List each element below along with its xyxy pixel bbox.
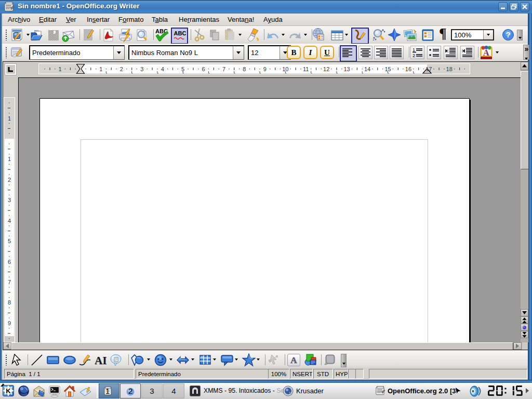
svg-text:2: 2 (8, 177, 11, 183)
svg-text:1: 1 (59, 66, 62, 72)
svg-text:8: 8 (8, 299, 11, 305)
svg-text:8: 8 (243, 66, 246, 72)
svg-text:1: 1 (8, 156, 11, 162)
svg-text:4: 4 (161, 66, 164, 72)
svg-text:1: 1 (99, 66, 102, 72)
svg-text:3: 3 (140, 66, 143, 72)
svg-text:?: ? (506, 30, 510, 39)
svg-text:5: 5 (8, 238, 11, 244)
svg-text:6: 6 (8, 259, 11, 265)
svg-text:A: A (290, 355, 297, 365)
svg-text:1: 1 (413, 47, 415, 52)
svg-text:2: 2 (413, 53, 415, 58)
svg-text:2: 2 (120, 66, 123, 72)
svg-text:13: 13 (343, 66, 350, 72)
svg-text:16: 16 (405, 66, 411, 72)
svg-text:K: K (6, 387, 11, 395)
svg-text:18: 18 (446, 66, 453, 72)
svg-text:10: 10 (282, 66, 288, 72)
svg-text:4: 4 (8, 218, 11, 224)
svg-text:15: 15 (384, 66, 391, 72)
svg-text:12: 12 (323, 66, 329, 72)
svg-text:ABC: ABC (174, 30, 187, 36)
svg-text:3: 3 (8, 197, 11, 203)
svg-text:11: 11 (303, 66, 309, 72)
svg-text:5: 5 (181, 66, 184, 72)
svg-text:9: 9 (8, 320, 11, 326)
svg-text:1: 1 (8, 115, 11, 122)
svg-text:7: 7 (222, 66, 225, 72)
svg-text:14: 14 (364, 66, 370, 72)
svg-text:7: 7 (8, 279, 11, 285)
svg-text:6: 6 (202, 66, 205, 72)
svg-text:9: 9 (263, 66, 267, 72)
svg-text:17: 17 (425, 66, 432, 72)
